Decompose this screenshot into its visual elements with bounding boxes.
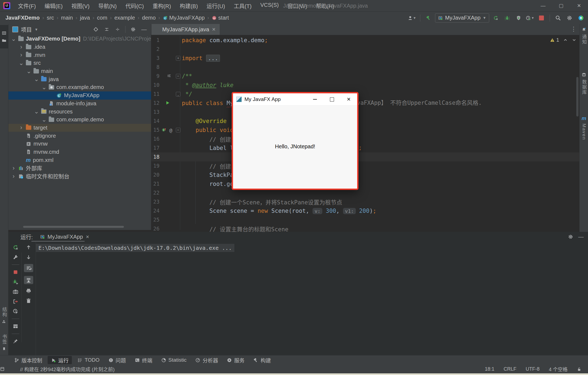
expand-all-button[interactable] xyxy=(102,25,112,34)
tree-idea[interactable]: ›.idea xyxy=(8,43,151,51)
tree-java[interactable]: ⌄java xyxy=(8,75,151,83)
locate-file-button[interactable] xyxy=(91,25,101,34)
hide-panel-button[interactable]: — xyxy=(139,25,149,34)
crumb-class[interactable]: C MyJavaFXApp xyxy=(162,14,205,21)
close-tab-icon[interactable]: ✕ xyxy=(212,27,216,32)
attach-bug-button[interactable] xyxy=(13,279,19,285)
tree-gitignore[interactable]: .gitignore xyxy=(8,132,151,140)
chevron-right-icon[interactable]: › xyxy=(18,44,24,51)
rerun-button[interactable] xyxy=(491,14,501,22)
javafx-close-button[interactable]: ✕ xyxy=(340,93,357,105)
crumb-src[interactable]: src xyxy=(46,14,55,21)
tab-options-icon[interactable]: ⋮ xyxy=(571,26,577,33)
menu-menu-file[interactable]: 文件(F) xyxy=(14,1,40,11)
menu-menu-vcs[interactable]: VCS(S) xyxy=(256,1,283,11)
editor-tab-myjavafxapp[interactable]: MyJavaFXApp.java ✕ xyxy=(151,24,220,35)
wrench-button[interactable] xyxy=(13,254,19,260)
annotation-gutter-icon[interactable]: @ xyxy=(169,127,172,133)
crumb-main[interactable]: main xyxy=(60,14,73,21)
chevron-down-icon[interactable]: ⌄ xyxy=(33,110,39,113)
inspections-widget[interactable]: 1 xyxy=(550,37,577,43)
chevron-right-icon[interactable]: › xyxy=(11,173,17,180)
indent-setting[interactable]: 4 个空格 xyxy=(549,365,568,373)
run-config-select[interactable]: MyJavaFXApp ▼ xyxy=(435,13,489,23)
profiler-button[interactable]: ▼ xyxy=(525,14,535,22)
stripe-button-database[interactable]: 数据库 xyxy=(580,72,588,95)
code-line-12[interactable]: 12public class MyvaFXApp】 不符合UpperCamelC… xyxy=(151,99,579,107)
code-line-9[interactable]: 9−/** xyxy=(151,72,579,81)
caret-position[interactable]: 18:1 xyxy=(485,366,494,372)
code-line-25[interactable]: 25 xyxy=(151,215,579,224)
build-hammer-button[interactable] xyxy=(424,14,433,22)
code-line-23[interactable]: 23 // 创建一个Scene，并将StackPane设置为根节点 xyxy=(151,197,579,206)
code-line-19[interactable]: 19 // 创建 xyxy=(151,161,579,170)
up-button[interactable] xyxy=(26,244,32,250)
profiler-cursor-button[interactable] xyxy=(13,308,19,314)
tree-root[interactable]: ⌄JavaFXDemo [Demo]D:\IDEAProjects\JCNCPr… xyxy=(8,35,151,43)
javafx-maximize-button[interactable] xyxy=(323,93,340,105)
tool-problems[interactable]: 问题 xyxy=(105,356,129,364)
console-command-line[interactable]: E:\Downloads\CodesDownloads\jdk\jdk-17.0… xyxy=(36,244,234,252)
scrollend-button[interactable] xyxy=(24,276,33,284)
camera-button[interactable] xyxy=(13,289,19,295)
stripe-button-notifications[interactable]: 通知 xyxy=(580,27,588,45)
code-line-2[interactable]: 2 xyxy=(151,45,579,54)
trash-button[interactable] xyxy=(26,298,32,304)
code-line-10[interactable]: 10 * @author luke xyxy=(151,81,579,90)
ide-profile-button[interactable] xyxy=(576,14,586,22)
print-button[interactable] xyxy=(26,288,32,294)
javafx-titlebar[interactable]: My JavaFX App ✕ xyxy=(233,93,357,106)
run-tab-myjavafxapp[interactable]: MyJavaFXApp ✕ xyxy=(40,232,89,242)
tree-pom[interactable]: mpom.xml xyxy=(8,156,151,164)
layout-button[interactable] xyxy=(13,323,19,329)
softwrap-button[interactable] xyxy=(24,264,33,272)
code-line-20[interactable]: 20 StackPa xyxy=(151,170,579,179)
fold-marker-icon[interactable]: + xyxy=(176,56,180,60)
tool-terminal[interactable]: 终端 xyxy=(131,356,156,364)
code-line-3[interactable]: 3+import ... xyxy=(151,54,579,63)
code-line-11[interactable]: 11‸ */ xyxy=(151,90,579,99)
tree-scratches[interactable]: ›临时文件和控制台 xyxy=(8,172,151,180)
tool-profiler[interactable]: 分析器 xyxy=(192,356,221,364)
crumb-java[interactable]: java xyxy=(79,14,91,21)
close-button[interactable]: ✕ xyxy=(570,0,588,11)
stripe-button-project[interactable] xyxy=(0,25,8,48)
tool-todo[interactable]: TODO xyxy=(74,356,103,364)
pin-button[interactable] xyxy=(13,338,19,344)
run-line-icon[interactable] xyxy=(166,100,170,106)
debug-button[interactable] xyxy=(502,14,512,22)
menu-menu-run[interactable]: 运行(U) xyxy=(203,1,229,11)
search-everywhere-button[interactable] xyxy=(553,14,563,22)
overrides-gutter-icon[interactable]: I xyxy=(162,127,166,133)
close-run-tab-icon[interactable]: ✕ xyxy=(86,234,89,239)
tool-run[interactable]: 运行 xyxy=(48,356,72,364)
menu-menu-code[interactable]: 代码(C) xyxy=(122,1,148,11)
code-line-13[interactable]: 13 xyxy=(151,107,579,116)
coverage-button[interactable] xyxy=(514,14,523,22)
chevron-down-icon[interactable]: ⌄ xyxy=(18,62,24,64)
chevron-down-icon[interactable]: ⌄ xyxy=(41,86,47,89)
editor-vertical-scrollbar[interactable] xyxy=(576,77,578,116)
code-line-17[interactable]: 17 Label l); xyxy=(151,143,579,152)
chevron-down-icon[interactable]: ⌄ xyxy=(26,70,32,73)
project-panel-title[interactable]: 项目 xyxy=(21,26,32,33)
javafx-minimize-button[interactable] xyxy=(307,93,323,105)
chevron-down-icon[interactable]: ⌄ xyxy=(11,38,17,40)
menu-menu-refactor[interactable]: 重构(R) xyxy=(149,1,175,11)
menu-menu-view[interactable]: 视图(V) xyxy=(68,1,93,11)
code-line-22[interactable]: 22 xyxy=(151,188,579,197)
stop-button[interactable] xyxy=(13,269,19,275)
stripe-button-maven[interactable]: m Maven xyxy=(580,115,588,140)
crumb-com[interactable]: com xyxy=(96,14,108,21)
menu-menu-edit[interactable]: 编辑(E) xyxy=(41,1,67,11)
chevron-down-icon[interactable]: ⌄ xyxy=(41,118,47,121)
tool-vcs[interactable]: 版本控制 xyxy=(11,356,45,364)
tool-services[interactable]: 服务 xyxy=(223,356,248,364)
user-profile-button[interactable]: ▼ xyxy=(407,14,417,22)
code-line-18[interactable]: 18 xyxy=(151,152,579,161)
minimize-button[interactable]: — xyxy=(534,0,552,11)
tree-mvnw[interactable]: mvnw xyxy=(8,140,151,148)
crumb-demo[interactable]: demo xyxy=(142,14,156,21)
tree-main[interactable]: ⌄main xyxy=(8,67,151,75)
rerun-button[interactable] xyxy=(13,244,19,250)
